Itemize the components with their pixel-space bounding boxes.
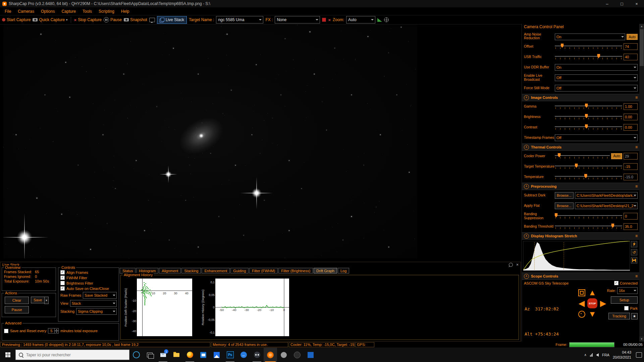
cooler-power-value[interactable]: 29 [624, 153, 638, 160]
clear-button[interactable]: Clear [5, 297, 29, 304]
tab-filter-brightness[interactable]: Filter (Brightness) [278, 268, 313, 274]
align-frames-checkbox[interactable]: ✓ [60, 270, 65, 275]
close-panel-icon[interactable]: × [516, 262, 519, 267]
taskbar-clock[interactable]: 04:43 20/03/2021 [613, 350, 631, 360]
scroll-down-icon[interactable]: ▼ [639, 337, 644, 342]
histogram-plot[interactable] [523, 241, 630, 270]
tracking-button[interactable]: Tracking [608, 313, 630, 319]
view-combo[interactable]: Stack [70, 300, 117, 307]
taskbar-photos[interactable] [210, 348, 223, 362]
brightness-value[interactable]: 0.00 [624, 114, 638, 120]
auto-button-cooler-power[interactable]: Auto [611, 153, 622, 159]
taskbar-photoshop[interactable]: Ps [223, 348, 237, 362]
menu-help[interactable]: Help [118, 7, 133, 15]
taskbar-search[interactable] [15, 350, 129, 360]
pin-icon[interactable] [508, 262, 514, 268]
menu-capture[interactable]: Capture [58, 7, 79, 15]
contrast-value[interactable]: 0.00 [624, 124, 638, 131]
scope-connected-checkbox[interactable]: ✓ [614, 281, 619, 285]
slew-left-button[interactable]: ◀ [579, 299, 585, 307]
gamma-slider[interactable] [555, 104, 622, 110]
stop-capture-button[interactable]: × Stop Capture [74, 17, 102, 22]
contrast-slider[interactable] [555, 124, 622, 130]
tab-drift-graph[interactable]: Drift Graph [314, 268, 337, 274]
maximize-button[interactable]: □ [614, 0, 629, 7]
scroll-up-icon[interactable]: ▲ [639, 24, 644, 29]
subtract-dark-path-combo[interactable]: C:\Users\SharkFleet\Desktop\dark... [575, 192, 638, 199]
frame-center-icon[interactable] [578, 289, 585, 296]
temperature-slider[interactable] [555, 174, 622, 180]
fwhm-filter-checkbox[interactable]: ✓ [60, 276, 65, 280]
slew-up-button[interactable]: ▲ [588, 289, 596, 297]
start-capture-button[interactable]: Start Capture [2, 17, 31, 22]
step-up-icon[interactable]: ▲ [55, 328, 59, 331]
quick-capture-button[interactable]: Quick Capture ▾ [33, 17, 67, 22]
timestamp-frames-combo[interactable]: Off [555, 134, 638, 141]
target-name-combo[interactable]: ngc 5585 Uma [216, 16, 263, 23]
rate-combo[interactable]: 16x [617, 287, 638, 294]
collapse-icon[interactable]: ∧ [524, 184, 529, 189]
banding-threshold-slider[interactable] [555, 224, 622, 230]
pause-stack-button[interactable]: Pause [5, 306, 29, 313]
section-header-thermal-controls[interactable]: ∧Thermal Controls≡ [522, 143, 640, 151]
menu-scripting[interactable]: Scripting [95, 7, 118, 15]
action-center-icon[interactable] [636, 352, 642, 358]
tab-stacking[interactable]: Stacking [181, 268, 201, 274]
usb-traffic-value[interactable]: 40 [624, 54, 638, 60]
tab-log[interactable]: Log [338, 268, 349, 274]
taskbar-teamviewer[interactable]: ↔ [237, 348, 250, 362]
banding-threshold-value[interactable]: 35.0 [624, 223, 638, 230]
selection-area-icon[interactable] [322, 18, 326, 22]
taskbar-file-explorer[interactable] [170, 348, 183, 362]
taskbar-sharpcap[interactable] [264, 348, 277, 362]
cortana-button[interactable] [129, 348, 143, 362]
panel-scrollbar[interactable]: ▲ ▼ [639, 24, 644, 342]
auto-save-on-clear-close-checkbox[interactable]: ✓ [60, 286, 65, 291]
menu-tools[interactable]: Tools [79, 7, 95, 15]
collapse-icon[interactable]: ∧ [524, 145, 529, 150]
scrollbar-thumb[interactable] [640, 29, 644, 66]
taskbar-discord[interactable] [250, 348, 264, 362]
taskbar-firefox[interactable] [183, 348, 197, 362]
display-histogram-stretch-header[interactable]: ∧ Display Histogram Stretch ≡ [522, 232, 640, 240]
stop-slew-button[interactable]: STOP [587, 298, 597, 308]
close-button[interactable]: × [629, 0, 644, 7]
menu-file[interactable]: File [1, 7, 14, 15]
scope-controls-header[interactable]: ∧ Scope Controls ≡ [522, 273, 640, 280]
section-header-image-controls[interactable]: ∧Image Controls≡ [522, 94, 640, 101]
clear-selection-icon[interactable]: × [328, 17, 331, 22]
brightness-slider[interactable] [555, 114, 622, 120]
task-view-button[interactable] [143, 348, 156, 362]
cooler-power-slider[interactable] [555, 153, 610, 159]
use-ddr-buffer-combo[interactable]: On [555, 64, 638, 71]
minimize-button[interactable]: – [600, 0, 614, 7]
gamma-value[interactable]: 1.00 [624, 103, 638, 110]
park-checkbox[interactable] [624, 306, 629, 310]
apply-flat-path-combo[interactable]: C:\Users\SharkFleet\Desktop\21_2... [575, 202, 638, 209]
section-header-preprocessing[interactable]: ∧Preprocessing≡ [522, 183, 640, 190]
section-menu-icon[interactable]: ≡ [635, 95, 638, 100]
preview-monitor-icon[interactable] [149, 18, 155, 22]
reset-stretch-icon[interactable]: ↺ [631, 249, 637, 255]
slew-right-button[interactable]: ▶ [600, 299, 606, 307]
usb-traffic-slider[interactable] [555, 54, 622, 60]
tray-expand-icon[interactable]: ∧ [584, 353, 587, 357]
zoom-combo[interactable]: Auto [346, 16, 375, 23]
step-down-icon[interactable]: ▼ [55, 331, 59, 334]
apply-flat-browse-button[interactable]: Browse... [555, 202, 574, 209]
force-still-mode-combo[interactable]: Off [555, 85, 638, 92]
section-menu-icon[interactable]: ≡ [635, 274, 638, 279]
collapse-icon[interactable]: ∧ [524, 234, 529, 239]
menu-cameras[interactable]: Cameras [14, 7, 38, 15]
collapse-icon[interactable]: ∧ [524, 95, 529, 100]
brightness-filter-checkbox[interactable] [60, 281, 65, 285]
section-menu-icon[interactable]: ≡ [635, 234, 638, 238]
live-image-view[interactable] [3, 24, 417, 258]
enable-live-broadcast-combo[interactable]: Off [555, 74, 638, 81]
setup-button[interactable]: Setup [611, 296, 638, 304]
fx-combo[interactable]: None [275, 16, 320, 23]
taskbar-obs[interactable] [290, 348, 304, 362]
collapse-icon[interactable]: ∧ [524, 274, 529, 279]
snapshot-button[interactable]: Snapshot [124, 17, 147, 22]
section-menu-icon[interactable]: ≡ [635, 184, 638, 189]
